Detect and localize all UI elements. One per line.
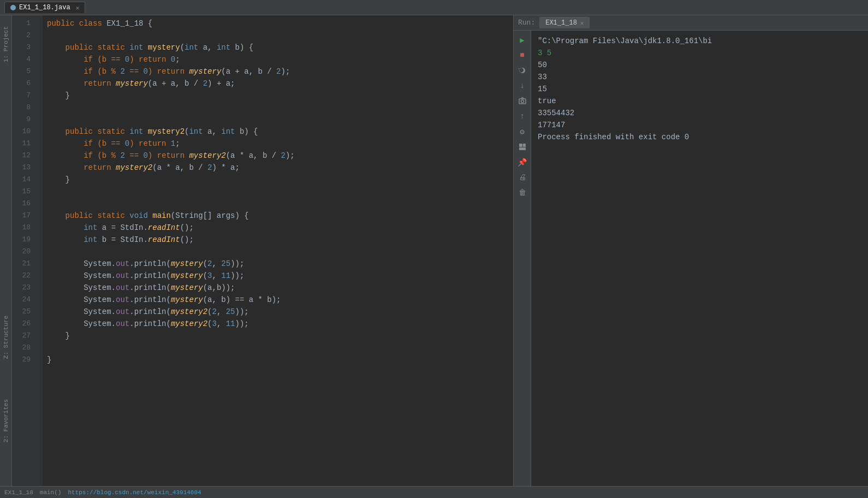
code-line: System.out.println(mystery(2, 25)); [47, 258, 509, 270]
tab-close-button[interactable]: ✕ [76, 4, 80, 11]
code-line [47, 29, 509, 42]
run-header: Run: EX1_1_18 ✕ [514, 15, 868, 31]
fold-gutter [34, 15, 43, 486]
layout-button[interactable] [515, 140, 530, 154]
svg-rect-4 [519, 147, 526, 150]
code-line: int b = StdIn.readInt(); [47, 234, 509, 246]
run-body: ▶ ■ ↓ ↑ ⚙ [514, 31, 868, 486]
sidebar-label-project[interactable]: 1: Project [3, 26, 9, 62]
run-button[interactable]: ▶ [515, 33, 530, 47]
run-tab-label: EX1_1_18 [545, 19, 577, 27]
run-output: "C:\Program Files\Java\jdk1.8.0_161\bi3 … [531, 31, 868, 486]
code-line [47, 198, 509, 210]
code-line: public class EX1_1_18 { [47, 17, 509, 29]
output-line: Process finished with exit code 0 [538, 131, 861, 143]
scroll-up-button[interactable]: ↑ [515, 109, 530, 123]
main-content: 1: Project Z: Structure 2: Favorites 123… [0, 15, 868, 486]
scroll-down-button[interactable]: ↓ [515, 79, 530, 93]
code-line: if (b % 2 == 0) return mystery(a + a, b … [47, 66, 509, 78]
editor-area: 1234567891011121314151617181920212223242… [12, 15, 513, 486]
code-line: if (b % 2 == 0) return mystery2(a * a, b… [47, 150, 509, 162]
stop-button[interactable]: ■ [515, 48, 530, 62]
output-line: 33 [538, 71, 861, 83]
output-line: 15 [538, 83, 861, 95]
code-line [47, 114, 509, 126]
code-line: } [47, 90, 509, 102]
code-line: System.out.println(mystery2(3, 11)); [47, 318, 509, 330]
code-line: } [47, 330, 509, 342]
bottom-bar: EX1_1_18 main() https://blog.csdn.net/we… [0, 486, 868, 498]
svg-rect-3 [523, 144, 526, 147]
sidebar-label-favorites[interactable]: 2: Favorites [3, 399, 9, 442]
code-line: System.out.println(mystery(a, b) == a * … [47, 294, 509, 306]
code-line: return mystery2(a * a, b / 2) * a; [47, 162, 509, 174]
output-line: 33554432 [538, 107, 861, 119]
code-line [47, 102, 509, 114]
run-tab-close-button[interactable]: ✕ [580, 20, 584, 27]
code-line: return mystery(a + a, b / 2) + a; [47, 78, 509, 90]
output-line: 177147 [538, 119, 861, 131]
tab-bar: EX1_1_18.java ✕ [0, 0, 868, 15]
svg-rect-2 [519, 144, 522, 147]
cursor-location: main() [40, 489, 62, 496]
print-button[interactable]: 🖨 [515, 170, 530, 185]
code-line: public static int mystery2(int a, int b)… [47, 126, 509, 138]
code-line [47, 246, 509, 258]
output-line: true [538, 95, 861, 107]
code-line: public static int mystery(int a, int b) … [47, 42, 509, 54]
file-name: EX1_1_18 [4, 489, 33, 496]
code-line [47, 186, 509, 198]
line-numbers: 1234567891011121314151617181920212223242… [12, 15, 34, 486]
blog-url[interactable]: https://blog.csdn.net/weixin_43914604 [68, 489, 201, 496]
run-tab[interactable]: EX1_1_18 ✕ [539, 17, 590, 28]
delete-button[interactable]: 🗑 [515, 186, 530, 200]
output-line: 3 5 [538, 47, 861, 59]
code-line: int a = StdIn.readInt(); [47, 222, 509, 234]
code-editor[interactable]: public class EX1_1_18 { public static in… [43, 15, 513, 486]
java-file-icon [10, 5, 16, 10]
tab-ex1[interactable]: EX1_1_18.java ✕ [4, 2, 85, 13]
code-line [47, 342, 509, 354]
code-line: } [47, 354, 509, 366]
code-line: public static void main(String[] args) { [47, 210, 509, 222]
left-sidebar: 1: Project Z: Structure 2: Favorites [0, 15, 12, 486]
run-command-line: "C:\Program Files\Java\jdk1.8.0_161\bi [538, 35, 861, 47]
tab-label: EX1_1_18.java [19, 4, 70, 11]
code-line: if (b == 0) return 1; [47, 138, 509, 150]
code-line: System.out.println(mystery(a,b)); [47, 282, 509, 294]
run-panel: Run: EX1_1_18 ✕ ▶ ■ ↓ [513, 15, 868, 486]
settings-button[interactable]: ⚙ [515, 124, 530, 139]
rerun-button[interactable] [515, 63, 530, 78]
pin-button[interactable]: 📌 [515, 155, 530, 169]
editor-body: 1234567891011121314151617181920212223242… [12, 15, 513, 486]
output-line: 50 [538, 59, 861, 71]
code-line: System.out.println(mystery(3, 11)); [47, 270, 509, 282]
screenshot-button[interactable] [515, 94, 530, 108]
run-label: Run: [518, 19, 535, 27]
code-line: System.out.println(mystery2(2, 25)); [47, 306, 509, 318]
sidebar-label-structure[interactable]: Z: Structure [3, 316, 9, 359]
svg-point-1 [521, 100, 524, 103]
code-line: } [47, 174, 509, 186]
code-line: if (b == 0) return 0; [47, 54, 509, 66]
run-toolbar: ▶ ■ ↓ ↑ ⚙ [514, 31, 531, 486]
